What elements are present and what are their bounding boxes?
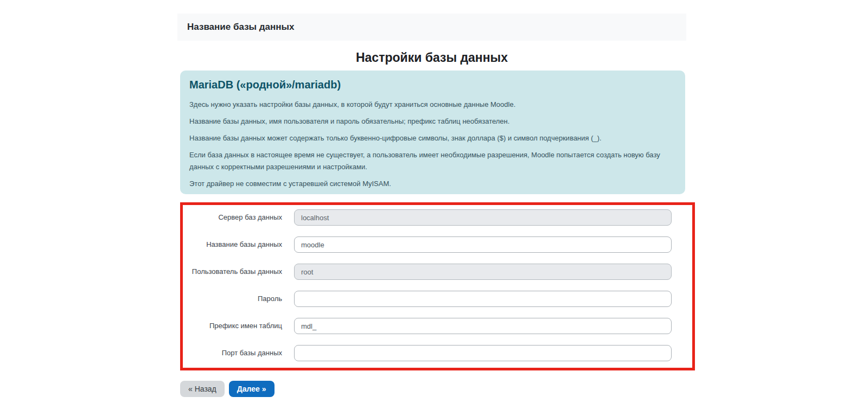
form-row: Пароль [183,289,672,316]
field-label: Пароль [183,291,294,307]
field-label: Пользователь базы данных [183,264,294,280]
info-box-title: MariaDB («родной»/mariadb) [189,79,676,91]
info-paragraph: Название базы данных, имя пользователя и… [189,116,676,127]
info-paragraph: Если база данных в настоящее время не су… [189,149,676,173]
info-box: MariaDB («родной»/mariadb) Здесь нужно у… [180,71,685,194]
database-settings-form: Сервер баз данных Название базы данных П… [180,202,695,370]
form-row: Пользователь базы данных [183,261,672,289]
wizard-navigation: « Назад Далее » [180,381,275,397]
db-port-input[interactable] [294,345,672,361]
db-host-input [294,209,672,226]
form-row: Название базы данных [183,234,672,261]
step-title: Название базы данных [187,22,295,33]
info-paragraph: Этот драйвер не совместим с устаревшей с… [189,178,676,190]
field-label: Сервер баз данных [183,209,294,226]
form-row: Сервер баз данных [183,207,672,234]
info-paragraph: Название базы данных может содержать тол… [189,132,676,144]
back-button[interactable]: « Назад [180,381,225,397]
next-button[interactable]: Далее » [229,381,275,397]
install-page: Название базы данных Настройки базы данн… [0,0,868,403]
info-paragraph: Здесь нужно указать настройки базы данны… [189,99,676,111]
field-label: Название базы данных [183,236,294,253]
db-user-input [294,264,672,280]
step-header-bar: Название базы данных [177,14,686,41]
form-row: Префикс имен таблиц [183,316,672,343]
db-prefix-input[interactable] [294,318,672,334]
field-label: Префикс имен таблиц [183,318,294,334]
field-label: Порт базы данных [183,345,294,361]
page-title: Настройки базы данных [177,50,686,65]
form-row: Порт базы данных [183,343,672,370]
db-name-input[interactable] [294,236,672,253]
db-password-input[interactable] [294,291,672,307]
